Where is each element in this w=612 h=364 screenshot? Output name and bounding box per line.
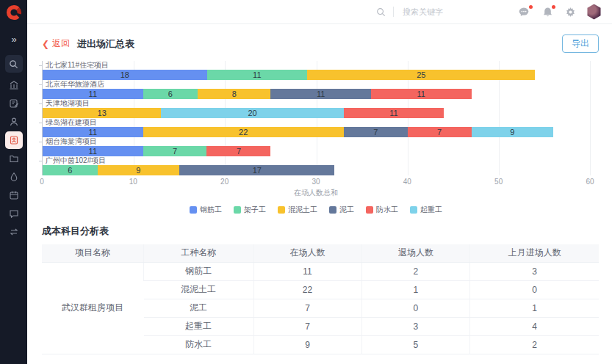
table-cell: 0 (470, 280, 599, 299)
legend-item[interactable]: 防水工 (366, 205, 398, 215)
table-header-cell: 在场人数 (253, 244, 361, 262)
table-cell: 4 (470, 317, 599, 335)
sidebar-item-projects[interactable] (5, 150, 23, 167)
bar-segment[interactable]: 11 (43, 127, 143, 137)
bar-segment[interactable]: 13 (43, 108, 161, 118)
legend-label: 泥工 (339, 205, 354, 215)
chart-row-label: 北七家11#住宅项目 (43, 61, 590, 70)
search-icon (376, 7, 386, 17)
table-cell: 2 (470, 335, 599, 354)
x-axis-tick-label: 30 (312, 178, 320, 186)
stacked-bar: 6917 (43, 165, 590, 175)
sidebar-expand-icon[interactable]: » (11, 34, 15, 45)
bar-segment[interactable]: 6 (143, 89, 198, 99)
chart-row: 北七家11#住宅项目181125 (43, 61, 590, 80)
bar-segment[interactable]: 22 (143, 127, 344, 137)
sidebar-item-messages[interactable] (5, 205, 23, 222)
message-badge (529, 5, 533, 9)
legend-item[interactable]: 混泥土工 (278, 205, 317, 215)
bar-segment[interactable]: 11 (43, 89, 143, 99)
bar-segment[interactable]: 11 (43, 146, 143, 156)
bar-segment[interactable]: 7 (143, 146, 207, 156)
bar-segment[interactable]: 18 (43, 70, 207, 80)
message-button[interactable] (518, 7, 530, 18)
search-divider (393, 7, 394, 17)
sidebar-item-search[interactable] (5, 55, 23, 73)
search-placeholder[interactable]: 搜索关键字 (403, 7, 443, 18)
main-area: 搜索关键字 ❮ 返回 进出场汇总表 导出 北七家11#住宅项目181125北京年… (27, 0, 612, 364)
table-cell: 22 (253, 280, 361, 299)
table-cell: 11 (253, 262, 361, 280)
entry-exit-summary-chart: 北七家11#住宅项目181125北京年华旅游酒店11681111天津地湖项目13… (42, 61, 599, 215)
back-link[interactable]: 返回 (52, 37, 70, 50)
table-title: 成本科目分析表 (42, 225, 599, 238)
table-cell: 钢筋工 (144, 262, 253, 280)
bar-segment[interactable]: 11 (371, 89, 472, 99)
sidebar-nav (5, 55, 23, 241)
bar-segment[interactable]: 20 (161, 108, 343, 118)
legend-item[interactable]: 泥工 (329, 205, 354, 215)
page-content: ❮ 返回 进出场汇总表 导出 北七家11#住宅项目181125北京年华旅游酒店1… (27, 34, 612, 354)
legend-swatch (366, 206, 373, 214)
sidebar: » (0, 0, 27, 364)
table-cell: 7 (253, 317, 361, 335)
document-edit-icon (9, 98, 19, 109)
bar-segment[interactable]: 11 (207, 70, 308, 80)
notifications-button[interactable] (542, 7, 553, 18)
legend-item[interactable]: 架子工 (234, 205, 266, 215)
table-cell: 3 (361, 317, 470, 335)
sidebar-item-company[interactable] (5, 76, 23, 94)
sidebar-item-materials[interactable] (5, 168, 23, 186)
avatar[interactable] (586, 4, 602, 20)
sidebar-item-reports[interactable] (5, 95, 23, 112)
bar-segment[interactable]: 11 (344, 108, 444, 118)
chart-row-label: 烟台海棠湾项目 (43, 137, 590, 146)
sidebar-item-attendance[interactable] (5, 131, 23, 149)
building-icon (9, 80, 19, 90)
bar-segment[interactable]: 17 (179, 165, 334, 175)
page-title: 进出场汇总表 (77, 37, 134, 51)
table-header-row: 项目名称工种名称在场人数退场人数上月进场人数 (42, 244, 599, 262)
table-cell: 泥工 (144, 299, 253, 317)
chart-row: 烟台海棠湾项目1177 (43, 137, 590, 156)
chart-row-label: 北京年华旅游酒店 (43, 80, 590, 89)
chart-row-label: 绿岛湖在建项目 (43, 118, 590, 127)
sidebar-item-transfer[interactable] (5, 223, 23, 241)
table-header-cell: 上月进场人数 (470, 244, 599, 262)
table-cell: 混泥土工 (144, 280, 253, 299)
table-cell: 防水工 (144, 335, 253, 354)
export-button[interactable]: 导出 (562, 34, 599, 53)
chart-row-label: 天津地湖项目 (43, 99, 590, 108)
sidebar-item-schedule[interactable] (5, 186, 23, 204)
table-cell: 2 (361, 262, 470, 280)
legend-item[interactable]: 钢筋工 (190, 205, 222, 215)
back-chevron-icon[interactable]: ❮ (42, 39, 49, 49)
legend-label: 混泥土工 (288, 205, 317, 215)
bar-segment[interactable]: 7 (344, 127, 408, 137)
bar-segment[interactable]: 7 (206, 146, 270, 156)
bar-segment[interactable]: 8 (198, 89, 270, 99)
bar-segment[interactable]: 11 (270, 89, 371, 99)
app-logo-icon[interactable] (6, 4, 22, 21)
legend-swatch (234, 206, 241, 214)
legend-item[interactable]: 起重工 (410, 205, 442, 215)
chart-row: 北京年华旅游酒店11681111 (43, 80, 590, 99)
stacked-bar: 181125 (43, 70, 590, 80)
table-cell: 7 (253, 299, 361, 317)
table-cell: 1 (361, 280, 470, 299)
bar-segment[interactable]: 9 (98, 165, 180, 175)
bar-segment[interactable]: 7 (408, 127, 472, 137)
global-search[interactable]: 搜索关键字 (376, 7, 443, 18)
sidebar-item-personnel[interactable] (5, 113, 23, 131)
bar-segment[interactable]: 25 (307, 70, 535, 80)
user-icon (9, 117, 19, 127)
chart-row: 天津地湖项目132011 (43, 99, 590, 118)
bar-segment[interactable]: 9 (472, 127, 554, 137)
x-axis-tick-label: 10 (129, 178, 137, 186)
table-cell: 9 (253, 335, 361, 354)
settings-button[interactable] (565, 7, 576, 18)
gear-icon (565, 7, 576, 18)
chart-row: 广州中茵102#项目6917 (43, 156, 590, 175)
attendance-icon (9, 135, 19, 145)
bar-segment[interactable]: 6 (43, 165, 98, 175)
